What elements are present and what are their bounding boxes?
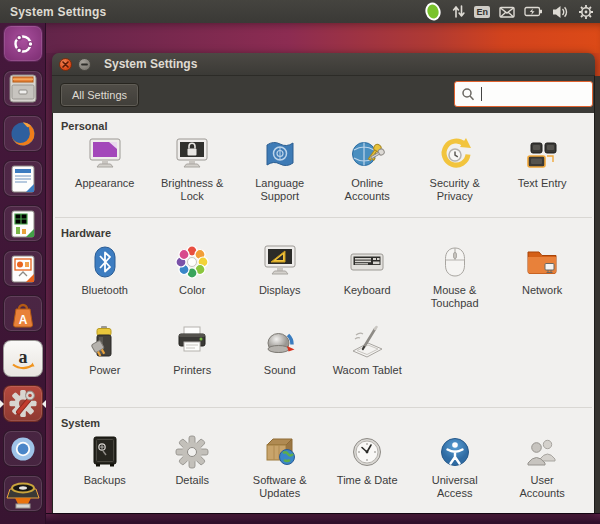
launcher-item-chromium[interactable]: [3, 430, 43, 467]
menubar-app-title: System Settings: [10, 5, 106, 19]
settings-item-displays[interactable]: Displays: [236, 242, 323, 310]
calc-doc-icon: [9, 209, 37, 239]
launcher-item-libreoffice-writer[interactable]: [3, 160, 43, 197]
window-toolbar: All Settings: [52, 76, 595, 113]
amazon-letter: a: [19, 347, 28, 367]
settings-item-label: Text Entry: [498, 177, 585, 190]
settings-item-label: Software & Updates: [236, 474, 323, 500]
system-tray: En: [423, 0, 594, 23]
keyboard-icon: [347, 242, 387, 282]
window-titlebar[interactable]: System Settings: [52, 53, 595, 76]
firefox-icon: [8, 119, 38, 149]
settings-gear-wrench-icon: [7, 388, 39, 419]
keyboard-layout-indicator[interactable]: En: [474, 0, 490, 23]
settings-item-bluetooth[interactable]: Bluetooth: [61, 242, 148, 310]
launcher-item-files[interactable]: [3, 70, 43, 107]
settings-item-online-accounts[interactable]: Online Accounts: [323, 135, 410, 203]
settings-item-label: Sound: [236, 364, 323, 377]
search-input[interactable]: [482, 88, 572, 100]
status-blob-icon[interactable]: [423, 0, 443, 23]
amazon-icon: a: [8, 344, 38, 374]
settings-item-details[interactable]: Details: [148, 432, 235, 500]
launcher-item-ubuntu-dash[interactable]: [3, 25, 43, 62]
universal-access-icon: [435, 432, 475, 472]
launcher-item-system-settings[interactable]: [3, 385, 43, 422]
settings-item-software-updates[interactable]: Software & Updates: [236, 432, 323, 500]
power-icon: [85, 322, 125, 362]
top-menu-bar: System Settings En: [0, 0, 600, 23]
settings-item-label: Security & Privacy: [411, 177, 498, 203]
settings-item-brightness-lock[interactable]: Brightness & Lock: [148, 135, 235, 203]
settings-item-keyboard[interactable]: Keyboard: [323, 242, 410, 310]
settings-item-user-accounts[interactable]: User Accounts: [498, 432, 585, 500]
running-indicator-arrow: [0, 400, 8, 408]
launcher-item-amazon[interactable]: a: [3, 340, 43, 377]
network-arrows-icon[interactable]: [452, 0, 465, 23]
ubuntu-logo-icon: [10, 31, 36, 57]
settings-item-time-date[interactable]: Time & Date: [323, 432, 410, 500]
settings-item-wacom-tablet[interactable]: Wacom Tablet: [323, 322, 410, 377]
software-center-letter: A: [19, 313, 28, 327]
settings-item-label: Network: [498, 284, 585, 297]
settings-item-label: Color: [148, 284, 235, 297]
desktop-wallpaper-top: [0, 23, 600, 53]
settings-item-label: Language Support: [236, 177, 323, 203]
close-button[interactable]: [59, 58, 72, 71]
settings-item-label: Bluetooth: [61, 284, 148, 297]
settings-item-label: Brightness & Lock: [148, 177, 235, 203]
settings-item-label: Displays: [236, 284, 323, 297]
keyboard-layout-label: En: [474, 6, 490, 18]
settings-item-sound[interactable]: Sound: [236, 322, 323, 377]
settings-item-printers[interactable]: Printers: [148, 322, 235, 377]
settings-item-network[interactable]: Network: [498, 242, 585, 310]
minimize-button[interactable]: [78, 58, 91, 71]
settings-item-power[interactable]: Power: [61, 322, 148, 377]
settings-item-label: Online Accounts: [323, 177, 410, 203]
launcher-item-music-player[interactable]: [3, 475, 43, 512]
messages-envelope-icon[interactable]: [499, 0, 515, 23]
all-settings-button[interactable]: All Settings: [60, 83, 139, 107]
desktop-wallpaper-bottom: [46, 513, 600, 524]
volume-icon[interactable]: [552, 0, 569, 23]
settings-item-security-privacy[interactable]: Security & Privacy: [411, 135, 498, 203]
settings-item-appearance[interactable]: Appearance: [61, 135, 148, 203]
settings-item-language-support[interactable]: Language Support: [236, 135, 323, 203]
settings-item-universal-access[interactable]: Universal Access: [411, 432, 498, 500]
settings-item-text-entry[interactable]: Text Entry: [498, 135, 585, 203]
settings-item-mouse-touchpad[interactable]: Mouse & Touchpad: [411, 242, 498, 310]
user-accounts-icon: [522, 432, 562, 472]
settings-item-color[interactable]: Color: [148, 242, 235, 310]
search-field[interactable]: [454, 81, 593, 107]
sound-icon: [260, 322, 300, 362]
unity-launcher: A a: [0, 23, 46, 524]
backups-icon: [85, 432, 125, 472]
search-icon: [460, 87, 480, 101]
settings-item-label: Printers: [148, 364, 235, 377]
settings-content: Personal Appearance: [52, 113, 595, 513]
security-privacy-icon: [435, 135, 475, 175]
settings-item-label: Time & Date: [323, 474, 410, 487]
settings-item-backups[interactable]: Backups: [61, 432, 148, 500]
impress-doc-icon: [9, 254, 37, 284]
launcher-item-libreoffice-calc[interactable]: [3, 205, 43, 242]
software-updates-icon: [260, 432, 300, 472]
displays-icon: [260, 242, 300, 282]
section-system: System Backups: [55, 408, 592, 512]
brightness-lock-icon: [172, 135, 212, 175]
close-icon: [62, 61, 69, 68]
scrollbar[interactable]: [594, 76, 600, 513]
focused-indicator-arrow: [38, 400, 46, 408]
settings-item-label: Mouse & Touchpad: [411, 284, 498, 310]
launcher-item-libreoffice-impress[interactable]: [3, 250, 43, 287]
battery-icon[interactable]: [524, 0, 543, 23]
launcher-item-software-center[interactable]: A: [3, 295, 43, 332]
session-gear-icon[interactable]: [578, 0, 594, 23]
language-support-icon: [260, 135, 300, 175]
settings-item-label: Appearance: [61, 177, 148, 190]
settings-item-label: Details: [148, 474, 235, 487]
launcher-item-firefox[interactable]: [3, 115, 43, 152]
settings-item-label: Universal Access: [411, 474, 498, 500]
writer-doc-icon: [9, 164, 37, 194]
details-gear-icon: [172, 432, 212, 472]
time-date-icon: [347, 432, 387, 472]
